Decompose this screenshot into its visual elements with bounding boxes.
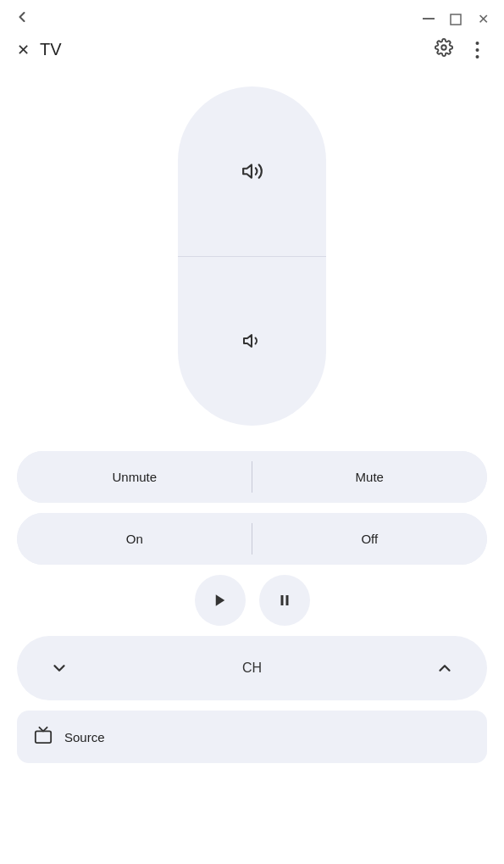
mute-button[interactable]: Mute [252, 451, 488, 503]
volume-down-button[interactable] [178, 257, 326, 426]
svg-point-4 [475, 48, 479, 52]
close-button[interactable]: ✕ [17, 41, 30, 59]
source-label: Source [64, 730, 105, 744]
volume-down-icon [242, 331, 263, 351]
svg-rect-9 [280, 595, 283, 605]
play-icon [213, 593, 228, 608]
svg-point-2 [441, 45, 446, 50]
svg-marker-7 [244, 335, 252, 347]
pause-button[interactable] [259, 575, 310, 626]
channel-up-button[interactable] [428, 651, 462, 685]
volume-up-icon [241, 160, 263, 182]
minimize-icon [423, 18, 435, 20]
svg-rect-11 [36, 731, 51, 743]
gear-icon [435, 38, 453, 57]
svg-marker-8 [215, 594, 224, 606]
window-close-button[interactable]: ✕ [475, 12, 490, 27]
svg-point-3 [475, 42, 479, 45]
source-button[interactable]: Source [17, 711, 487, 763]
settings-button[interactable] [435, 38, 453, 61]
more-options-button[interactable] [467, 40, 487, 60]
chevron-down-icon [50, 659, 69, 677]
channel-row: CH [17, 636, 487, 700]
volume-pill [178, 86, 326, 426]
power-row: On Off [17, 513, 487, 565]
on-button[interactable]: On [17, 513, 252, 565]
playback-row [0, 575, 504, 626]
source-svg-icon [34, 726, 53, 744]
off-button[interactable]: Off [252, 513, 488, 565]
back-icon [14, 8, 30, 25]
svg-rect-10 [285, 595, 288, 605]
maximize-button[interactable] [448, 12, 463, 27]
maximize-icon [450, 14, 462, 25]
channel-label: CH [242, 661, 262, 676]
unmute-button[interactable]: Unmute [17, 451, 252, 503]
svg-rect-1 [451, 14, 461, 25]
channel-down-button[interactable] [42, 651, 76, 685]
more-icon [475, 41, 479, 59]
play-button[interactable] [195, 575, 246, 626]
svg-marker-6 [243, 164, 252, 177]
back-button[interactable] [14, 8, 30, 30]
minimize-button[interactable] [421, 12, 436, 27]
mute-row: Unmute Mute [17, 451, 487, 503]
chevron-up-icon [435, 659, 454, 677]
volume-up-button[interactable] [178, 86, 326, 257]
pause-icon [277, 593, 292, 608]
app-title: TV [40, 40, 62, 59]
source-icon [34, 726, 53, 748]
svg-rect-0 [423, 18, 435, 20]
svg-point-5 [475, 55, 479, 59]
